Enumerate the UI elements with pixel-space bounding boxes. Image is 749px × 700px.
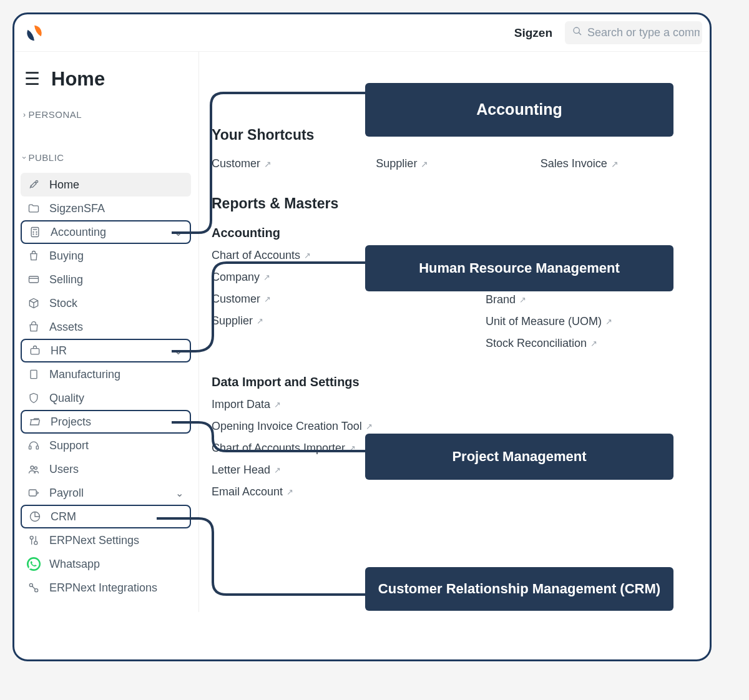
building-icon xyxy=(27,368,41,381)
whatsapp-icon xyxy=(27,557,41,571)
sidebar-group-public[interactable]: › PUBLIC xyxy=(21,148,191,173)
svg-rect-27 xyxy=(34,542,37,545)
chevron-down-icon[interactable]: ⌄ xyxy=(175,487,184,499)
svg-point-3 xyxy=(36,180,37,182)
page-title: Home xyxy=(51,68,105,90)
pie-icon xyxy=(28,510,42,523)
sidebar-item-sigzensfa[interactable]: SigzenSFA xyxy=(21,197,191,220)
callout-crm: Customer Relationship Management (CRM) xyxy=(365,567,673,611)
sidebar-item-buying[interactable]: Buying xyxy=(21,244,191,268)
arrow-icon: ↗ xyxy=(264,294,271,304)
search-input[interactable] xyxy=(587,26,700,39)
svg-point-23 xyxy=(34,467,37,469)
link-supplier[interactable]: Supplier↗ xyxy=(212,314,436,328)
sidebar-item-label: Home xyxy=(49,178,184,192)
arrow-icon: ↗ xyxy=(274,465,281,475)
sidebar-item-label: Assets xyxy=(49,321,184,334)
link-uom[interactable]: Unit of Measure (UOM)↗ xyxy=(486,315,710,328)
users-icon xyxy=(27,463,41,475)
shortcut-supplier[interactable]: Supplier↗ xyxy=(376,157,540,170)
link-opening-invoice-creation-tool[interactable]: Opening Invoice Creation Tool↗ xyxy=(212,420,710,433)
svg-rect-14 xyxy=(31,370,37,378)
sidebar-item-label: Buying xyxy=(49,250,184,263)
sidebar-item-crm[interactable]: CRM xyxy=(21,505,191,528)
sidebar-group-personal[interactable]: › PERSONAL xyxy=(21,105,191,130)
logo xyxy=(26,24,43,42)
shortcut-sales-invoice[interactable]: Sales Invoice↗ xyxy=(541,157,705,170)
integrations-icon xyxy=(27,581,41,594)
sidebar-item-hr[interactable]: HR ⌄ xyxy=(21,339,191,362)
sidebar-item-whatsapp[interactable]: Whatsapp xyxy=(21,552,191,576)
link-customer[interactable]: Customer↗ xyxy=(212,293,436,306)
link-brand[interactable]: Brand↗ xyxy=(486,293,710,306)
chevron-down-icon: › xyxy=(20,156,29,159)
link-email-account[interactable]: Email Account↗ xyxy=(212,485,710,498)
sidebar: ☰ Home › PERSONAL › PUBLIC Home SigzenSF… xyxy=(14,52,198,612)
hamburger-icon[interactable]: ☰ xyxy=(24,70,40,88)
sidebar-item-erpnext-integrations[interactable]: ERPNext Integrations xyxy=(21,576,191,600)
sidebar-item-label: SigzenSFA xyxy=(49,202,184,215)
reports-title: Reports & Masters xyxy=(212,195,710,212)
reports-subtitle-accounting: Accounting xyxy=(212,226,710,240)
sidebar-item-payroll[interactable]: Payroll ⌄ xyxy=(21,481,191,505)
shield-icon xyxy=(27,392,41,404)
link-import-data[interactable]: Import Data↗ xyxy=(212,398,710,411)
chevron-right-icon: › xyxy=(23,110,26,119)
sidebar-item-label: CRM xyxy=(51,510,182,523)
arrow-icon: ↗ xyxy=(257,316,263,326)
svg-point-22 xyxy=(31,466,34,469)
sidebar-item-home[interactable]: Home xyxy=(21,173,191,197)
sidebar-item-label: HR xyxy=(51,344,165,357)
sidebar-item-label: Selling xyxy=(49,273,184,286)
app-window: Sigzen ☰ Home › PERSONAL › PUBLIC xyxy=(12,12,712,661)
svg-rect-26 xyxy=(30,536,33,539)
sidebar-item-selling[interactable]: Selling xyxy=(21,268,191,291)
tools-icon xyxy=(27,178,41,191)
arrow-icon: ↗ xyxy=(274,400,281,409)
sidebar-item-support[interactable]: Support xyxy=(21,434,191,457)
sidebar-item-assets[interactable]: Assets xyxy=(21,315,191,339)
svg-rect-20 xyxy=(29,446,31,449)
arrow-icon: ↗ xyxy=(366,422,373,431)
search-wrap[interactable] xyxy=(565,21,702,44)
shortcut-customer[interactable]: Customer↗ xyxy=(212,157,376,170)
sidebar-item-quality[interactable]: Quality xyxy=(21,386,191,410)
bag-icon xyxy=(27,250,41,262)
sidebar-item-accounting[interactable]: Accounting ⌄ xyxy=(21,220,191,244)
sidebar-item-label: Quality xyxy=(49,392,184,405)
svg-rect-10 xyxy=(29,276,39,283)
sidebar-item-stock[interactable]: Stock xyxy=(21,291,191,315)
svg-line-2 xyxy=(579,32,581,35)
callout-hrm: Human Resource Management xyxy=(365,245,673,291)
arrow-icon: ↗ xyxy=(519,295,526,304)
svg-rect-24 xyxy=(29,490,37,496)
sidebar-item-label: Stock xyxy=(49,297,184,310)
headset-icon xyxy=(27,439,41,452)
svg-point-6 xyxy=(33,232,34,233)
svg-rect-13 xyxy=(31,349,39,354)
arrow-icon: ↗ xyxy=(590,339,597,348)
chevron-down-icon[interactable]: ⌄ xyxy=(174,345,182,357)
svg-point-1 xyxy=(574,27,579,33)
chevron-down-icon[interactable]: ⌄ xyxy=(174,226,182,238)
sidebar-item-users[interactable]: Users xyxy=(21,457,191,481)
arrow-icon: ↗ xyxy=(421,159,428,169)
arrow-icon: ↗ xyxy=(286,487,293,497)
calculator-icon xyxy=(28,226,42,238)
sidebar-item-projects[interactable]: Projects xyxy=(21,410,191,434)
shopbag-icon xyxy=(27,321,41,333)
sidebar-item-label: ERPNext Settings xyxy=(49,534,184,547)
company-label[interactable]: Sigzen xyxy=(514,26,552,40)
sidebar-item-erpnext-settings[interactable]: ERPNext Settings xyxy=(21,528,191,552)
callout-accounting: Accounting xyxy=(365,83,673,137)
arrow-icon: ↗ xyxy=(263,273,270,282)
sidebar-item-label: Projects xyxy=(51,416,182,429)
arrow-icon: ↗ xyxy=(611,159,619,169)
sidebar-item-label: Payroll xyxy=(49,487,167,500)
sidebar-item-label: ERPNext Integrations xyxy=(49,581,184,595)
arrow-icon: ↗ xyxy=(264,159,272,169)
sidebar-item-label: Users xyxy=(49,463,184,476)
sidebar-item-manufacturing[interactable]: Manufacturing xyxy=(21,362,191,386)
link-stock-reconciliation[interactable]: Stock Reconciliation↗ xyxy=(486,337,710,350)
settings-icon xyxy=(27,534,41,547)
